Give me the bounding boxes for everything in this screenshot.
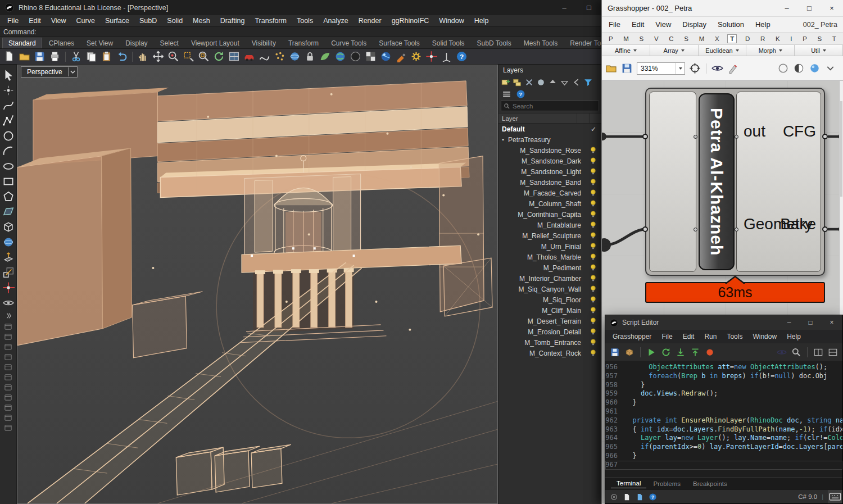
code-line[interactable]: 965 if(parentIdx>=0) lay.ParentLayerId=d… <box>605 443 842 452</box>
dock-tab-icon[interactable] <box>4 424 12 432</box>
layer-row[interactable]: ▾ M_Urn_Finial ✓ <box>498 241 601 252</box>
menu-item[interactable]: Run <box>699 333 722 340</box>
category-tab[interactable]: I <box>788 35 794 43</box>
gear-icon[interactable] <box>410 51 422 62</box>
code-line[interactable]: 959 doc.Views.Redraw(); <box>605 389 842 398</box>
output-param-out[interactable]: out <box>744 122 765 140</box>
toolbar-tab[interactable]: CPlanes <box>43 38 80 48</box>
extrude-icon[interactable] <box>2 251 15 264</box>
help-icon[interactable]: ? <box>516 89 525 99</box>
toolbar-tab[interactable]: Render Tools <box>564 38 601 48</box>
save-icon[interactable] <box>610 347 620 357</box>
category-tab[interactable]: K <box>773 35 782 43</box>
layer-row[interactable]: ▾ M_Facade_Carved ✓ <box>498 188 601 198</box>
menu-item[interactable]: Window <box>747 333 782 340</box>
gumball-icon[interactable] <box>425 51 437 62</box>
collapse-icon[interactable] <box>572 78 581 87</box>
menu-item[interactable]: Drafting <box>215 17 250 25</box>
category-tab[interactable]: X <box>713 35 722 43</box>
hamburger-menu-icon[interactable] <box>502 89 511 99</box>
select-arrow-icon[interactable] <box>2 69 15 81</box>
separator[interactable] <box>706 63 706 74</box>
layer-visibility-bulb-icon[interactable] <box>587 211 599 218</box>
menu-item[interactable]: File <box>603 20 626 29</box>
category-tab[interactable]: S <box>637 35 646 43</box>
layer-visibility-bulb-icon[interactable] <box>587 221 599 229</box>
cut-icon[interactable] <box>70 51 82 62</box>
layer-row[interactable]: ▾ M_Column_Shaft ✓ <box>498 198 601 209</box>
open-folder-icon[interactable] <box>19 51 30 62</box>
dock-tab-icon[interactable] <box>4 383 12 392</box>
layer-row[interactable]: ▾ M_Siq_Canyon_Wall ✓ <box>498 284 601 294</box>
code-editor[interactable]: 956 ObjectAttributes att=new ObjectAttri… <box>605 361 842 477</box>
toolbar-tab[interactable]: Viewport Layout <box>185 38 245 48</box>
toolbar-tab[interactable]: Mesh Tools <box>518 38 563 48</box>
toolbar-tab[interactable]: Display <box>120 38 153 48</box>
menu-item[interactable]: Edit <box>626 20 650 29</box>
separator[interactable] <box>807 347 808 357</box>
layer-row[interactable]: ▾ M_Interior_Chamber ✓ <box>498 273 601 284</box>
input-param-cfg[interactable]: CFG <box>783 122 816 140</box>
search-icon[interactable] <box>791 347 801 357</box>
toolbar-tab[interactable]: Curve Tools <box>325 38 372 48</box>
dock-tab-icon[interactable] <box>4 403 12 412</box>
menu-item[interactable]: Edit <box>678 333 700 340</box>
window-control-button[interactable]: – <box>778 315 800 330</box>
dock-tab-icon[interactable] <box>4 414 12 422</box>
render-car-icon[interactable] <box>243 51 255 62</box>
window-control-button[interactable]: □ <box>798 0 821 16</box>
layer-row[interactable]: ▾ M_Sandstone_Light ✓ <box>498 166 601 177</box>
keyboard-icon[interactable] <box>828 490 842 503</box>
toolbar-tab[interactable]: Surface Tools <box>373 38 425 48</box>
menu-item[interactable]: Analyze <box>318 17 353 25</box>
scale-icon[interactable] <box>2 266 15 279</box>
help-icon[interactable]: ? <box>649 493 657 501</box>
dock-tab-icon[interactable] <box>4 323 12 331</box>
toolbar-tab[interactable]: Visibility <box>246 38 282 48</box>
copy-icon[interactable] <box>85 51 97 62</box>
layer-row[interactable]: ▾ M_Pediment ✓ <box>498 262 601 273</box>
viewport-title-tab[interactable]: Perspective <box>21 66 78 78</box>
layer-row[interactable]: ▾ M_Erosion_Detail ✓ <box>498 326 601 337</box>
command-line[interactable]: Command: <box>0 27 601 37</box>
layers-column-header[interactable]: Layer <box>498 113 601 124</box>
menu-item[interactable]: Mesh <box>188 17 215 25</box>
rectangle-icon[interactable] <box>2 175 15 188</box>
layer-row[interactable]: ▾ M_Tomb_Entrance ✓ <box>498 337 601 348</box>
ellipse-icon[interactable] <box>2 160 15 172</box>
toolbar-tab[interactable]: Select <box>155 38 184 48</box>
category-tab[interactable]: D <box>743 35 752 43</box>
surface-icon[interactable] <box>2 206 15 218</box>
category-tab[interactable]: T <box>727 34 737 43</box>
gumball-icon[interactable] <box>2 281 15 294</box>
layer-row[interactable]: ▾ M_Cliff_Main ✓ <box>498 305 601 316</box>
save-icon[interactable] <box>621 62 633 74</box>
layer-visibility-bulb-icon[interactable] <box>587 307 599 314</box>
earth-icon[interactable] <box>334 51 346 62</box>
layers-search-box[interactable] <box>501 101 599 111</box>
menu-item[interactable]: File <box>2 17 24 25</box>
menu-item[interactable]: Grasshopper <box>608 333 656 340</box>
menu-item[interactable]: Curve <box>71 17 100 25</box>
menu-item[interactable]: Transform <box>250 17 292 25</box>
dock-tab-icon[interactable] <box>4 353 12 361</box>
open-folder-icon[interactable] <box>605 62 617 74</box>
layer-visibility-bulb-icon[interactable] <box>587 349 599 357</box>
code-line[interactable]: 960 } <box>605 398 842 407</box>
toolbar-tab[interactable]: Transform <box>283 38 324 48</box>
separator[interactable] <box>640 347 641 357</box>
perspective-viewport[interactable]: Perspective <box>17 65 498 504</box>
input-grip-bake[interactable] <box>642 226 648 232</box>
move-down-icon[interactable] <box>560 78 569 87</box>
curve-icon[interactable] <box>2 99 15 112</box>
subcategory-dropdown[interactable]: Euclidean <box>699 45 747 56</box>
layer-visibility-bulb-icon[interactable] <box>587 317 599 325</box>
delete-layer-icon[interactable] <box>524 78 534 87</box>
toolbar-tab[interactable]: Solid Tools <box>427 38 470 48</box>
sphere-icon[interactable] <box>289 51 301 62</box>
menu-item[interactable]: Help <box>469 17 494 25</box>
menu-item[interactable]: Help <box>782 333 806 340</box>
bottom-tab[interactable]: Breakpoints <box>687 479 733 488</box>
bottom-tab[interactable]: Problems <box>647 479 686 488</box>
dock-tab-icon[interactable] <box>4 373 12 382</box>
